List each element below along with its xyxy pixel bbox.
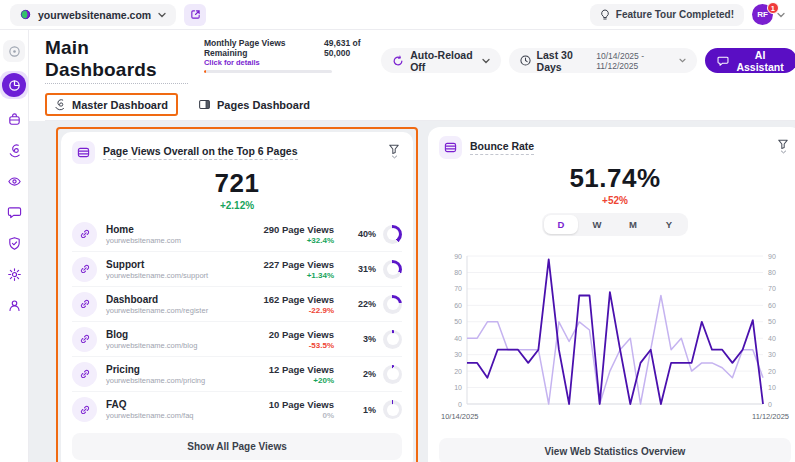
- svg-text:40: 40: [768, 335, 776, 342]
- svg-text:10: 10: [768, 384, 776, 391]
- sidebar-item-visitors[interactable]: [3, 170, 25, 192]
- bounce-chart: 0010102020303040405050606070708080909010…: [439, 248, 791, 426]
- monthly-usage-widget[interactable]: Monthly Page Views Remaining 49,631 of 5…: [204, 38, 381, 73]
- browser-window-icon: [439, 136, 462, 159]
- period-button-week[interactable]: W: [580, 215, 614, 234]
- funnel-icon: [777, 138, 789, 150]
- click-for-details-link[interactable]: Click for details: [204, 58, 381, 67]
- bounce-rate-value: 51.74%: [439, 163, 791, 194]
- page-views-value: 162 Page Views: [224, 294, 334, 305]
- svg-text:50: 50: [768, 318, 776, 325]
- browser-window-icon: [72, 141, 95, 164]
- percent-donut: [383, 330, 402, 349]
- feature-tour-button[interactable]: Feature Tour Completed!: [590, 4, 744, 26]
- top-bar: yourwebsitename.com Feature Tour Complet…: [0, 0, 795, 30]
- total-change: +2.12%: [72, 200, 402, 211]
- bounce-rate-change: +52%: [439, 195, 791, 206]
- period-segmented-control: D W M Y: [542, 213, 688, 236]
- show-all-page-views-button[interactable]: Show All Page Views: [72, 433, 402, 460]
- sidebar-item-feedback[interactable]: [3, 201, 25, 223]
- total-page-views: 721: [72, 168, 402, 199]
- eye-icon: [7, 174, 22, 189]
- period-button-day[interactable]: D: [544, 215, 578, 234]
- page-row-faq[interactable]: FAQyourwebsitename.com/faq 10 Page Views…: [72, 392, 402, 427]
- chevron-down-icon: [780, 150, 787, 154]
- page-views-value: 20 Page Views: [224, 329, 334, 340]
- chat-bubble-icon: [7, 205, 22, 220]
- svg-text:80: 80: [454, 269, 462, 276]
- dashboard-content: Page Views Overall on the Top 6 Pages: [29, 121, 795, 462]
- chevron-down-icon: [777, 12, 785, 18]
- collapse-sidebar-icon[interactable]: [3, 40, 25, 62]
- link-icon: [72, 222, 97, 247]
- tab-master-dashboard[interactable]: Master Dashboard: [45, 93, 178, 116]
- page-url: yourwebsitename.com/register: [106, 306, 224, 315]
- account-menu[interactable]: RF 1: [752, 4, 785, 25]
- page-row-home[interactable]: Homeyourwebsitename.com 290 Page Views+3…: [72, 217, 402, 252]
- swirl-icon: [7, 143, 22, 158]
- page-url: yourwebsitename.com/faq: [106, 411, 224, 420]
- chevron-down-icon: [391, 155, 398, 159]
- monthly-usage-progressbar: [204, 70, 332, 73]
- sidebar-item-settings[interactable]: [3, 263, 25, 285]
- percent-donut: [383, 260, 402, 279]
- svg-text:50: 50: [454, 318, 462, 325]
- sidebar-item-projects[interactable]: [3, 108, 25, 130]
- chat-icon: [717, 55, 729, 67]
- card-title: Page Views Overall on the Top 6 Pages: [103, 145, 298, 160]
- feature-tour-label: Feature Tour Completed!: [616, 9, 734, 20]
- link-icon: [72, 292, 97, 317]
- svg-text:30: 30: [454, 351, 462, 358]
- sidebar-item-dashboards[interactable]: [0, 71, 28, 99]
- open-site-button[interactable]: [184, 4, 206, 26]
- svg-text:30: 30: [768, 351, 776, 358]
- svg-text:90: 90: [768, 253, 776, 260]
- page-percent-label: 3%: [363, 334, 376, 344]
- site-selector[interactable]: yourwebsitename.com: [10, 4, 176, 26]
- page-row-support[interactable]: Supportyourwebsitename.com/support 227 P…: [72, 252, 402, 287]
- gear-icon: [7, 267, 22, 282]
- lightbulb-icon: [600, 9, 610, 21]
- page-row-dashboard[interactable]: Dashboardyourwebsitename.com/register 16…: [72, 287, 402, 322]
- auto-reload-dropdown[interactable]: Auto-Reload Off: [381, 48, 500, 73]
- tab-pages-dashboard[interactable]: Pages Dashboard: [192, 93, 316, 118]
- date-range-picker[interactable]: Last 30 Days 10/14/2025 - 11/12/2025: [509, 48, 698, 73]
- percent-donut: [383, 225, 402, 244]
- svg-text:60: 60: [768, 302, 776, 309]
- view-web-statistics-button[interactable]: View Web Statistics Overview: [439, 438, 791, 462]
- svg-text:80: 80: [768, 269, 776, 276]
- svg-text:70: 70: [454, 285, 462, 292]
- page-percent-label: 31%: [358, 264, 376, 274]
- sidebar-item-security[interactable]: [3, 232, 25, 254]
- page-url: yourwebsitename.com: [106, 236, 224, 245]
- external-link-icon: [190, 9, 201, 20]
- page-views-value: 10 Page Views: [224, 399, 334, 410]
- period-button-month[interactable]: M: [616, 215, 650, 234]
- swirl-icon: [53, 98, 66, 111]
- page-url: yourwebsitename.com/blog: [106, 341, 224, 350]
- page-views-change: 0%: [224, 411, 334, 420]
- svg-text:10/14/2025: 10/14/2025: [441, 412, 479, 421]
- site-name: yourwebsitename.com: [38, 9, 151, 21]
- filter-button[interactable]: [386, 141, 402, 161]
- ai-assistant-button[interactable]: AI Assistant: [705, 48, 795, 73]
- sidebar-item-account[interactable]: [3, 294, 25, 316]
- page-url: yourwebsitename.com/support: [106, 271, 224, 280]
- page-row-pricing[interactable]: Pricingyourwebsitename.com/pricing 12 Pa…: [72, 357, 402, 392]
- svg-text:20: 20: [454, 368, 462, 375]
- sidebar-item-heatmaps[interactable]: [3, 139, 25, 161]
- period-button-year[interactable]: Y: [652, 215, 686, 234]
- page-views-change: -22.9%: [224, 306, 334, 315]
- filter-button[interactable]: [775, 136, 791, 156]
- svg-text:60: 60: [454, 302, 462, 309]
- page-row-blog[interactable]: Blogyourwebsitename.com/blog 20 Page Vie…: [72, 322, 402, 357]
- pie-chart-icon: [8, 79, 21, 92]
- page-views-list: Homeyourwebsitename.com 290 Page Views+3…: [72, 217, 402, 427]
- clock-icon: [520, 55, 531, 66]
- tab-label: Master Dashboard: [72, 99, 168, 111]
- auto-reload-label: Auto-Reload Off: [410, 49, 475, 73]
- page-views-change: +20%: [224, 376, 334, 385]
- svg-text:10: 10: [454, 384, 462, 391]
- page-views-change: +1.34%: [224, 271, 334, 280]
- avatar-initials: RF: [757, 10, 768, 19]
